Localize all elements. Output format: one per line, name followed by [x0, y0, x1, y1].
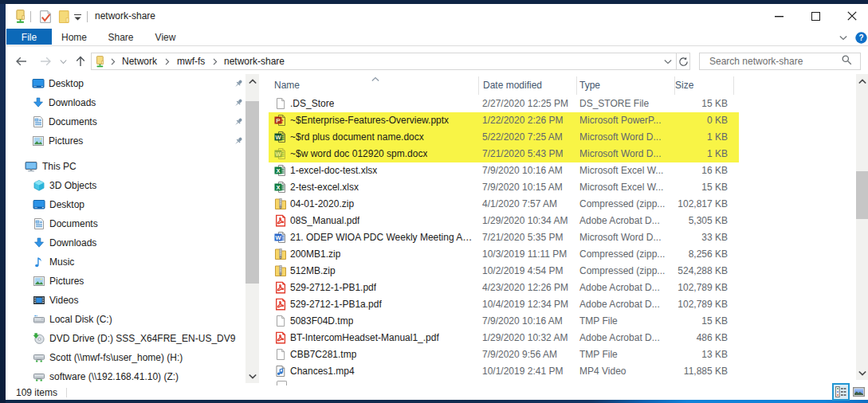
svg-text:X: X	[276, 184, 280, 191]
svg-text:?: ?	[858, 33, 863, 42]
svg-text:W: W	[275, 134, 281, 141]
svg-text:P: P	[276, 117, 281, 124]
svg-text:W: W	[275, 234, 281, 241]
svg-text:X: X	[276, 167, 280, 174]
svg-text:W: W	[275, 151, 281, 158]
